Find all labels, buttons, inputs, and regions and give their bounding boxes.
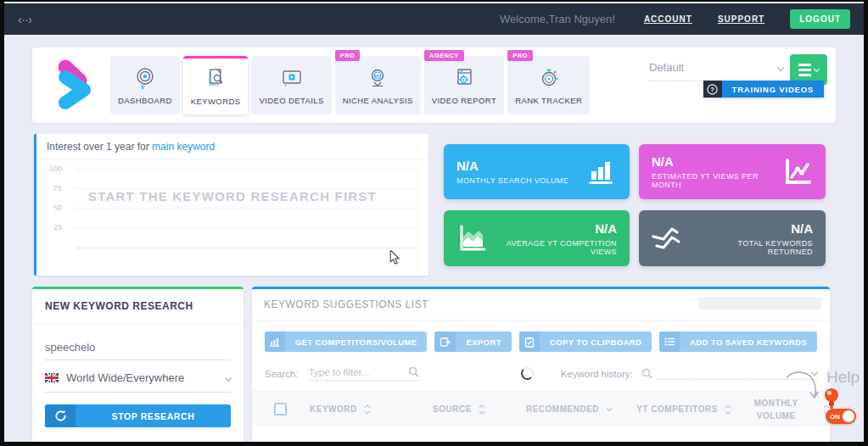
training-videos-label: TRAINING VIDEOS bbox=[722, 81, 824, 98]
main-keyword-link[interactable]: main keyword bbox=[152, 141, 215, 153]
filter-input[interactable] bbox=[309, 367, 408, 377]
toggle-state-label: ON bbox=[830, 413, 840, 421]
add-to-saved-keywords-button[interactable]: ADD TO SAVED KEYWORDS bbox=[659, 332, 817, 352]
stopwatch-icon bbox=[537, 66, 561, 90]
help-label: Help bbox=[826, 368, 860, 387]
column-header-recommended[interactable]: RECOMMENDED bbox=[507, 404, 632, 414]
tab-label: VIDEO REPORT bbox=[432, 96, 496, 105]
new-keyword-research-panel: NEW KEYWORD RESEARCH World Wide/Everywhe… bbox=[32, 287, 244, 443]
chart-plot-area: 100 75 50 25 START THE KEYWORD RESEARCH … bbox=[36, 160, 428, 270]
tab-niche-analysis[interactable]: PRO SEO NICHE ANALYSIS bbox=[335, 56, 421, 114]
column-header-source[interactable]: SOURCE bbox=[412, 404, 507, 415]
stat-value: N/A bbox=[499, 221, 617, 236]
column-label: SOURCE bbox=[433, 404, 472, 414]
location-select-value: World Wide/Everywhere bbox=[66, 371, 218, 384]
button-label: COPY TO CLIPBOARD bbox=[540, 332, 652, 352]
gridline bbox=[76, 227, 417, 228]
y-tick: 25 bbox=[36, 223, 62, 231]
logout-button[interactable]: LOGOUT bbox=[790, 9, 850, 29]
filter-input-wrap bbox=[309, 366, 419, 381]
chevron-down-icon bbox=[606, 407, 613, 412]
help-toggle[interactable]: ON bbox=[826, 409, 856, 424]
stat-value: N/A bbox=[696, 221, 813, 236]
support-link[interactable]: SUPPORT bbox=[718, 14, 764, 24]
tab-video-details[interactable]: VIDEO DETAILS bbox=[251, 56, 331, 114]
stat-value: N/A bbox=[456, 159, 576, 173]
panel-title: NEW KEYWORD RESEARCH bbox=[32, 289, 244, 324]
curved-arrow-icon bbox=[783, 368, 822, 404]
training-videos-button[interactable]: ? TRAINING VIDEOS bbox=[703, 81, 824, 98]
line-chart-icon bbox=[782, 157, 813, 187]
trend-lines-icon bbox=[652, 224, 686, 253]
stat-label: TOTAL KEYWORDS RETURNED bbox=[696, 239, 813, 256]
main-nav-tabs: DASHBOARD KEYWORDS VIDEO DETAILS PRO bbox=[110, 56, 590, 114]
stat-card-total-keywords: N/A TOTAL KEYWORDS RETURNED bbox=[639, 210, 826, 266]
pro-badge: PRO bbox=[335, 50, 361, 61]
tab-label: RANK TRACKER bbox=[515, 96, 582, 105]
question-mark-icon: ? bbox=[703, 81, 722, 98]
tab-keywords[interactable]: KEYWORDS bbox=[183, 56, 249, 114]
agency-badge: AGENCY bbox=[424, 50, 464, 61]
stop-research-label: STOP RESEARCH bbox=[76, 404, 231, 427]
tab-rank-tracker[interactable]: PRO RANK TRACKER bbox=[507, 56, 590, 114]
area-chart-icon bbox=[456, 223, 489, 254]
column-header-keyword[interactable]: KEYWORD bbox=[293, 404, 412, 415]
copy-to-clipboard-button[interactable]: COPY TO CLIPBOARD bbox=[519, 332, 652, 352]
refresh-icon bbox=[45, 404, 76, 427]
svg-text:?: ? bbox=[710, 86, 714, 93]
tab-video-report[interactable]: AGENCY VIDEO REPORT bbox=[424, 56, 504, 114]
radar-target-icon bbox=[133, 66, 157, 90]
chart-title-text: Interest over 1 year for bbox=[47, 141, 149, 153]
get-competitors-volume-button[interactable]: GET COMPETITORS/VOLUME bbox=[265, 332, 427, 352]
export-button[interactable]: EXPORT bbox=[434, 332, 511, 352]
stat-label: MONTHLY SEARCH VOLUME bbox=[456, 176, 576, 185]
interest-chart-panel: Interest over 1 year for main keyword 10… bbox=[34, 134, 428, 276]
suggestions-action-bar: GET COMPETITORS/VOLUME EXPORT COPY TO CL… bbox=[252, 321, 830, 359]
button-label: ADD TO SAVED KEYWORDS bbox=[680, 332, 817, 352]
location-select[interactable]: World Wide/Everywhere bbox=[45, 360, 231, 393]
keyword-input[interactable] bbox=[45, 334, 231, 360]
sidebar-collapse-icon[interactable]: ‹··› bbox=[18, 12, 31, 26]
search-icon bbox=[408, 366, 419, 377]
topbar: ‹··› Welcome,Tran Nguyen! ACCOUNT SUPPOR… bbox=[4, 3, 864, 35]
stop-research-button[interactable]: STOP RESEARCH bbox=[45, 404, 231, 427]
hamburger-icon bbox=[798, 64, 811, 76]
loading-skeleton bbox=[698, 297, 821, 309]
mouse-cursor bbox=[389, 250, 400, 265]
select-all-checkbox[interactable] bbox=[274, 403, 287, 415]
seo-pin-icon: SEO bbox=[366, 66, 389, 90]
video-player-icon bbox=[280, 66, 304, 90]
svg-text:SEO: SEO bbox=[374, 74, 381, 78]
pro-badge: PRO bbox=[507, 50, 533, 61]
stat-value: N/A bbox=[652, 154, 772, 169]
sort-icon bbox=[479, 404, 485, 415]
button-label: GET COMPETITORS/VOLUME bbox=[285, 332, 428, 352]
toggle-knob bbox=[843, 410, 854, 422]
axis-baseline bbox=[76, 248, 417, 248]
bar-chart-icon bbox=[265, 332, 285, 352]
uk-flag-icon bbox=[45, 373, 59, 382]
column-label: KEYWORD bbox=[310, 404, 357, 414]
profile-select-value: Default bbox=[649, 61, 778, 74]
column-label: RECOMMENDED bbox=[526, 404, 599, 414]
sort-icon bbox=[364, 404, 371, 415]
window-frame-highlight bbox=[2, 2, 866, 3]
tab-label: DASHBOARD bbox=[118, 96, 172, 105]
account-link[interactable]: ACCOUNT bbox=[644, 14, 692, 24]
stat-card-average-yt-competition: N/A AVERAGE YT COMPETITION VIEWS bbox=[444, 210, 630, 266]
tab-label: NICHE ANALYSIS bbox=[343, 96, 413, 105]
report-gear-icon bbox=[452, 66, 476, 90]
y-tick: 50 bbox=[36, 203, 62, 212]
app-logo bbox=[46, 54, 107, 115]
column-header-yt-competitors[interactable]: YT COMPETITORS bbox=[632, 403, 736, 415]
suggestions-filter-row: Search: Keyword history: ... bbox=[252, 359, 830, 389]
stat-card-monthly-search-volume: N/A MONTHLY SEARCH VOLUME bbox=[444, 144, 630, 199]
bar-chart-icon bbox=[586, 158, 617, 187]
sort-icon bbox=[725, 404, 731, 415]
lightbulb-icon[interactable] bbox=[822, 387, 841, 410]
list-icon bbox=[659, 332, 680, 352]
tab-dashboard[interactable]: DASHBOARD bbox=[110, 56, 180, 114]
profile-select[interactable]: Default bbox=[649, 61, 783, 81]
chart-title: Interest over 1 year for main keyword bbox=[36, 134, 428, 160]
tab-label: KEYWORDS bbox=[191, 97, 241, 106]
